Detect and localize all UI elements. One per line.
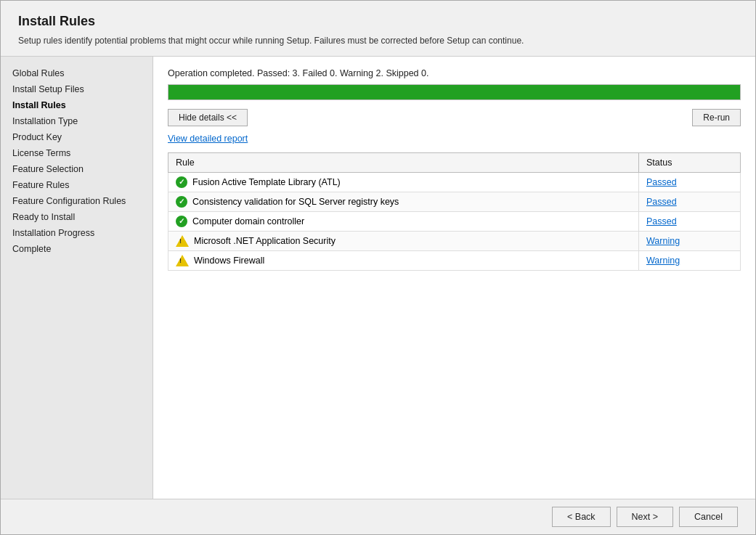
table-row: !Microsoft .NET Application SecurityWarn… [168, 231, 741, 250]
status-link-2[interactable]: Passed [646, 216, 677, 226]
sidebar-item-feature-rules[interactable]: Feature Rules [1, 177, 153, 193]
sidebar-item-feature-configuration-rules[interactable]: Feature Configuration Rules [1, 193, 153, 209]
rule-cell-4: !Windows Firewall [168, 250, 639, 270]
view-report-link[interactable]: View detailed report [168, 134, 741, 144]
status-link-3[interactable]: Warning [646, 236, 680, 246]
table-header-row: Rule Status [168, 152, 741, 172]
rule-cell-1: Consistency validation for SQL Server re… [168, 192, 639, 211]
footer: < Back Next > Cancel [1, 499, 755, 534]
content-area: Operation completed. Passed: 3. Failed 0… [153, 57, 755, 499]
rerun-button[interactable]: Re-run [692, 109, 741, 126]
sidebar-item-global-rules[interactable]: Global Rules [1, 65, 153, 81]
header-description: Setup rules identify potential problems … [18, 35, 527, 47]
main-content: Global RulesInstall Setup FilesInstall R… [1, 57, 755, 499]
sidebar-item-installation-progress[interactable]: Installation Progress [1, 225, 153, 241]
status-link-0[interactable]: Passed [646, 177, 677, 187]
status-cell-2[interactable]: Passed [639, 211, 741, 231]
status-link-4[interactable]: Warning [646, 256, 680, 266]
progress-bar-container [168, 84, 741, 100]
rule-name: Consistency validation for SQL Server re… [192, 197, 399, 207]
table-row: Fusion Active Template Library (ATL)Pass… [168, 172, 741, 192]
warn-icon: ! [176, 235, 189, 247]
rules-table: Rule Status Fusion Active Template Libra… [168, 152, 741, 271]
action-row: Hide details << Re-run [168, 109, 741, 126]
cancel-button[interactable]: Cancel [679, 507, 738, 527]
status-cell-1[interactable]: Passed [639, 192, 741, 211]
back-button[interactable]: < Back [552, 507, 611, 527]
rule-name: Microsoft .NET Application Security [194, 236, 336, 246]
sidebar-item-install-rules[interactable]: Install Rules [1, 97, 153, 113]
rule-name: Fusion Active Template Library (ATL) [192, 177, 341, 187]
rule-name: Windows Firewall [194, 256, 264, 266]
page-title: Install Rules [18, 14, 738, 29]
warn-icon: ! [176, 255, 189, 266]
table-row: Computer domain controllerPassed [168, 211, 741, 231]
sidebar-item-install-setup-files[interactable]: Install Setup Files [1, 81, 153, 97]
rule-cell-3: !Microsoft .NET Application Security [168, 231, 639, 250]
table-row: !Windows FirewallWarning [168, 250, 741, 270]
sidebar: Global RulesInstall Setup FilesInstall R… [1, 57, 153, 499]
col-status-header: Status [639, 152, 741, 172]
status-link-1[interactable]: Passed [646, 197, 677, 207]
status-cell-4[interactable]: Warning [639, 250, 741, 270]
sidebar-item-feature-selection[interactable]: Feature Selection [1, 161, 153, 177]
pass-icon [176, 216, 187, 227]
sidebar-item-license-terms[interactable]: License Terms [1, 145, 153, 161]
col-rule-header: Rule [168, 152, 639, 172]
sidebar-item-product-key[interactable]: Product Key [1, 129, 153, 145]
operation-status: Operation completed. Passed: 3. Failed 0… [168, 68, 741, 78]
status-cell-0[interactable]: Passed [639, 172, 741, 192]
rule-cell-0: Fusion Active Template Library (ATL) [168, 172, 639, 192]
hide-details-button[interactable]: Hide details << [168, 109, 248, 126]
sidebar-item-installation-type[interactable]: Installation Type [1, 113, 153, 129]
pass-icon [176, 196, 187, 208]
rule-name: Computer domain controller [192, 216, 304, 226]
rule-cell-2: Computer domain controller [168, 211, 639, 231]
table-row: Consistency validation for SQL Server re… [168, 192, 741, 211]
header: Install Rules Setup rules identify poten… [1, 1, 755, 57]
progress-bar-fill [168, 85, 740, 99]
next-button[interactable]: Next > [617, 507, 673, 527]
sidebar-item-ready-to-install[interactable]: Ready to Install [1, 209, 153, 225]
sidebar-item-complete[interactable]: Complete [1, 241, 153, 257]
pass-icon [176, 176, 187, 188]
status-cell-3[interactable]: Warning [639, 231, 741, 250]
